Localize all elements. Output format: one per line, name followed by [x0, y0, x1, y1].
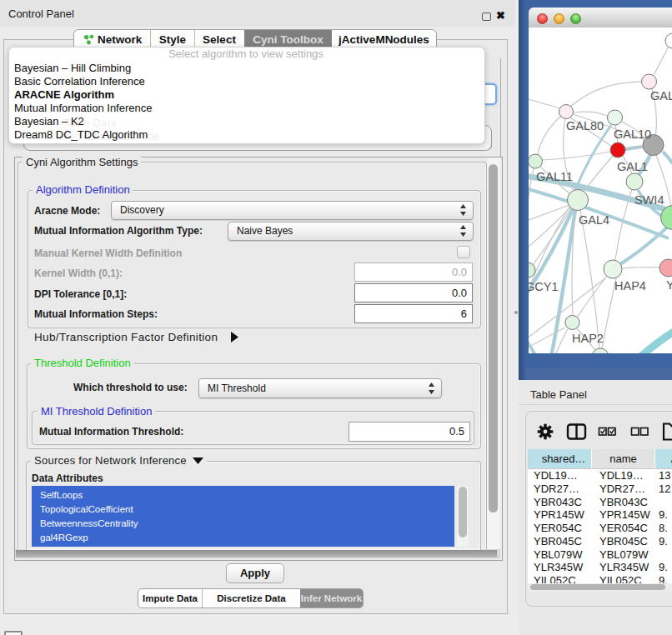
svg-text:GAL11: GAL11 — [536, 170, 573, 183]
svg-text:YJ: YJ — [666, 278, 672, 292]
svg-text:GCY1: GCY1 — [529, 280, 559, 293]
svg-text:HAP2: HAP2 — [572, 332, 604, 345]
svg-text:SWI4: SWI4 — [634, 193, 664, 207]
svg-text:HAP4: HAP4 — [614, 279, 646, 292]
svg-text:GAL4: GAL4 — [579, 213, 609, 227]
svg-text:GAL80: GAL80 — [566, 119, 604, 132]
svg-text:GAL10: GAL10 — [614, 128, 651, 141]
svg-text:GAL2: GAL2 — [650, 89, 672, 102]
svg-text:GAL1: GAL1 — [617, 160, 648, 173]
